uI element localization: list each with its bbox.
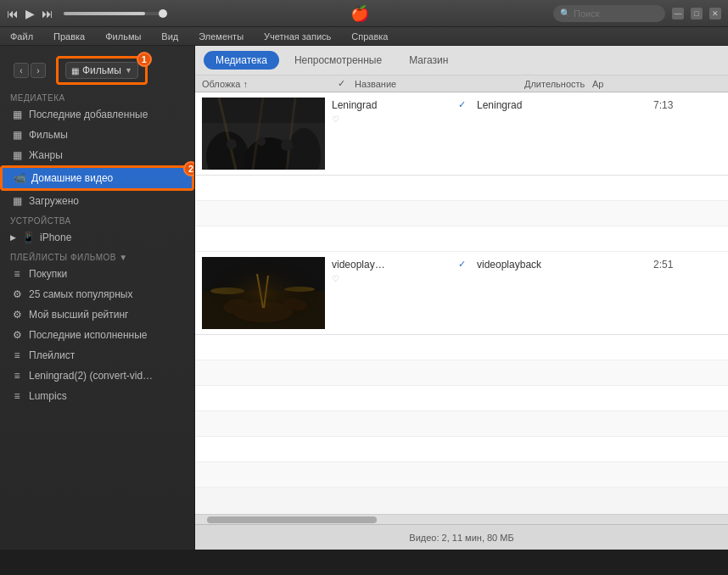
- tab-unwatched[interactable]: Непросмотренные: [283, 51, 394, 70]
- item-title: Leningrad: [332, 99, 446, 111]
- horizontal-scrollbar[interactable]: [195, 514, 728, 524]
- col-header-check[interactable]: ✓: [338, 78, 355, 89]
- menu-elements[interactable]: Элементы: [195, 30, 247, 43]
- table-row[interactable]: Leningrad ♡ ✓ Leningrad 7:13: [195, 92, 728, 176]
- category-dropdown[interactable]: ▦ Фильмы ▼: [65, 62, 138, 79]
- top25-icon: ⚙: [10, 288, 24, 301]
- sidebar-item-label: Покупки: [29, 268, 67, 280]
- svg-point-9: [257, 137, 266, 146]
- item-heart-icon[interactable]: ♡: [332, 114, 446, 124]
- col-header-ar[interactable]: Ар: [592, 79, 626, 89]
- sidebar-item-label: Плейлист: [29, 349, 75, 361]
- close-button[interactable]: ✕: [709, 8, 721, 20]
- item-details-videoplayback: videoplay… ♡: [332, 257, 446, 283]
- iphone-icon: 📱: [21, 231, 35, 244]
- sidebar-item-leningrad2[interactable]: ≡ Leningrad(2) (convert-vid…: [0, 366, 194, 386]
- sidebar-item-label: Домашние видео: [31, 172, 113, 184]
- downloaded-icon: ▦: [10, 194, 24, 208]
- badge-1: 1: [137, 52, 152, 67]
- sidebar-item-purchases[interactable]: ≡ Покупки: [0, 264, 194, 284]
- tab-store[interactable]: Магазин: [397, 51, 460, 70]
- play-button[interactable]: ▶: [25, 7, 35, 20]
- back-arrow[interactable]: ‹: [14, 63, 29, 78]
- section-header-playlists[interactable]: Плейлисты фильмов ▼: [0, 248, 194, 264]
- iphone-expand-icon: ▶: [10, 233, 16, 242]
- col-header-cover[interactable]: Обложка ↑: [202, 79, 338, 89]
- item-title: videoplay…: [332, 259, 446, 271]
- rewind-button[interactable]: ⏮: [7, 7, 19, 20]
- sidebar-item-downloaded[interactable]: ▦ Загружено: [0, 191, 194, 211]
- col-header-name[interactable]: Название: [355, 79, 524, 89]
- empty-row: [195, 462, 728, 488]
- item-duration: 7:13: [653, 98, 721, 111]
- empty-row: [195, 201, 728, 226]
- content-list: Leningrad ♡ ✓ Leningrad 7:13: [195, 92, 728, 514]
- sidebar-item-label: 25 самых популярных: [29, 288, 132, 300]
- empty-row: [195, 386, 728, 411]
- menu-help[interactable]: Справка: [348, 30, 391, 43]
- sidebar-item-label: Leningrad(2) (convert-vid…: [29, 370, 153, 382]
- table-row[interactable]: videoplay… ♡ ✓ videoplayback 2:51: [195, 252, 728, 335]
- menu-file[interactable]: Файл: [7, 30, 36, 43]
- forward-arrow[interactable]: ›: [31, 63, 46, 78]
- transport-controls: ⏮ ▶ ⏭: [7, 7, 165, 20]
- search-box[interactable]: 🔍: [553, 5, 665, 22]
- thumbnail-svg: [202, 98, 325, 170]
- menu-movies[interactable]: Фильмы: [102, 30, 144, 43]
- item-duration: 2:51: [653, 257, 721, 271]
- svg-point-8: [227, 139, 237, 149]
- item-heart-icon[interactable]: ♡: [332, 274, 446, 283]
- table-header: Обложка ↑ ✓ Название Длительность Ар: [195, 75, 728, 92]
- sidebar-item-label: Загружено: [29, 195, 79, 207]
- menu-view[interactable]: Вид: [158, 30, 182, 43]
- tab-library[interactable]: Медиатека: [204, 51, 279, 70]
- minimize-button[interactable]: —: [672, 8, 684, 20]
- sidebar-item-home-video[interactable]: 2 📹 Домашние видео: [0, 165, 194, 191]
- sidebar-item-label: Фильмы: [29, 129, 68, 141]
- empty-row: [195, 226, 728, 252]
- sidebar-item-recently-added[interactable]: ▦ Последние добавленные: [0, 104, 194, 125]
- thumbnail-videoplayback: [202, 257, 325, 329]
- sidebar-item-movies[interactable]: ▦ Фильмы: [0, 125, 194, 145]
- section-header-devices: Устройства: [0, 211, 194, 227]
- col-header-duration[interactable]: Длительность: [524, 79, 592, 89]
- dropdown-icon: ▦: [71, 66, 79, 75]
- sidebar-item-iphone[interactable]: ▶ 📱 iPhone: [0, 227, 194, 248]
- titlebar: ⏮ ▶ ⏭ 🍎 🔍 — □ ✕: [0, 0, 728, 27]
- sidebar-item-top-rated[interactable]: ⚙ Мой высший рейтинг: [0, 304, 194, 325]
- content-tabs: Медиатека Непросмотренные Магазин: [195, 46, 728, 75]
- menu-edit[interactable]: Правка: [50, 30, 88, 43]
- sidebar-item-lumpics[interactable]: ≡ Lumpics: [0, 386, 194, 406]
- sidebar-item-label: Мой высший рейтинг: [29, 309, 128, 321]
- empty-row: [195, 411, 728, 437]
- menu-account[interactable]: Учетная запись: [260, 30, 334, 43]
- sidebar-item-recently-played[interactable]: ⚙ Последние исполненные: [0, 325, 194, 345]
- forward-button[interactable]: ⏭: [42, 7, 53, 20]
- sidebar-item-top25[interactable]: ⚙ 25 самых популярных: [0, 284, 194, 304]
- status-text: Видео: 2, 11 мин, 80 МБ: [409, 533, 513, 543]
- horiz-scroll-thumb[interactable]: [207, 516, 377, 523]
- sidebar-item-genres[interactable]: ▦ Жанры: [0, 145, 194, 165]
- item-name: Leningrad: [477, 98, 647, 111]
- top-rated-icon: ⚙: [10, 308, 24, 321]
- main-layout: ‹ › 1 ▦ Фильмы ▼ Медиатека ▦ Последние д…: [0, 46, 728, 550]
- sidebar-item-label: iPhone: [40, 232, 71, 243]
- empty-row: [195, 176, 728, 201]
- thumbnail-svg2: [202, 257, 325, 329]
- sidebar-item-playlist[interactable]: ≡ Плейлист: [0, 345, 194, 366]
- maximize-button[interactable]: □: [691, 8, 703, 20]
- statusbar: Видео: 2, 11 мин, 80 МБ: [195, 524, 728, 550]
- item-check: ✓: [453, 98, 470, 110]
- playlist-icon: ≡: [10, 349, 24, 362]
- nav-arrows: ‹ ›: [14, 63, 46, 78]
- progress-bar[interactable]: [64, 12, 165, 15]
- svg-rect-20: [202, 257, 325, 329]
- item-check: ✓: [453, 257, 470, 270]
- purchases-icon: ≡: [10, 267, 24, 281]
- sidebar: ‹ › 1 ▦ Фильмы ▼ Медиатека ▦ Последние д…: [0, 46, 195, 550]
- progress-fill: [64, 12, 145, 15]
- search-input[interactable]: [574, 8, 658, 19]
- search-icon: 🔍: [560, 8, 570, 18]
- menubar: Файл Правка Фильмы Вид Элементы Учетная …: [0, 27, 728, 46]
- item-name: videoplayback: [477, 257, 647, 271]
